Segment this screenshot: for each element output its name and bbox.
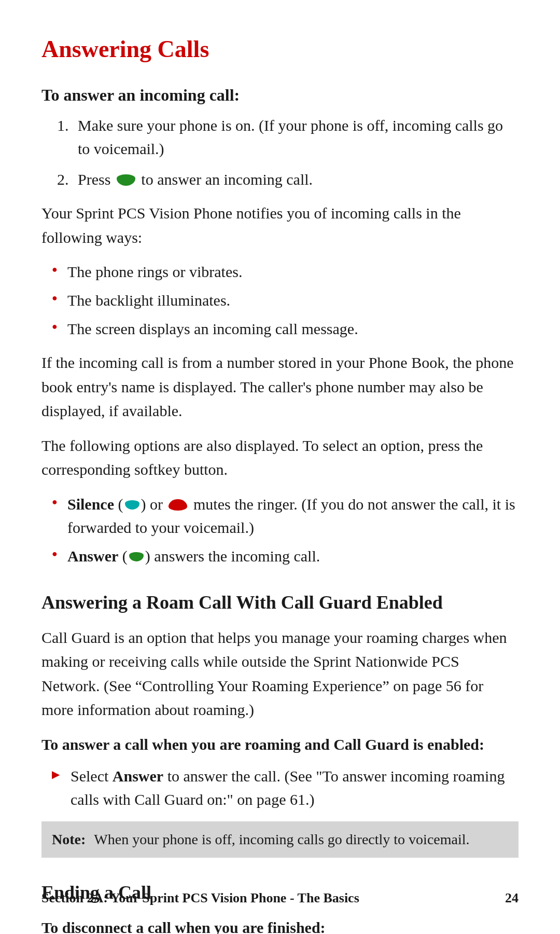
- options-intro: The following options are also displayed…: [41, 434, 519, 482]
- steps-list: Make sure your phone is on. (If your pho…: [73, 114, 519, 191]
- red-phone-icon: [169, 499, 187, 511]
- footer-left: Section 2A: Your Sprint PCS Vision Phone…: [41, 888, 359, 908]
- roam-arrow-item: Select Answer to answer the call. (See "…: [52, 764, 519, 811]
- call-guard-para: Call Guard is an option that helps you m…: [41, 626, 519, 722]
- bullet-screen: The screen displays an incoming call mes…: [52, 317, 519, 340]
- step-2: Press to answer an incoming call.: [73, 168, 519, 191]
- phone-book-para: If the incoming call is from a number st…: [41, 351, 519, 423]
- note-label: Note:: [52, 829, 86, 850]
- answer-incoming-heading: To answer an incoming call:: [41, 83, 519, 107]
- answer-phone-icon: [129, 552, 144, 561]
- roam-call-heading: Answering a Roam Call With Call Guard En…: [41, 588, 519, 616]
- answer-option: Answer () answers the incoming call.: [52, 544, 519, 568]
- notification-bullets: The phone rings or vibrates. The backlig…: [52, 260, 519, 340]
- bullet-backlight: The backlight illuminates.: [52, 289, 519, 312]
- notification-intro: Your Sprint PCS Vision Phone notifies yo…: [41, 201, 519, 250]
- step-1: Make sure your phone is on. (If your pho…: [73, 114, 519, 160]
- green-phone-icon: [117, 174, 135, 186]
- roam-arrow-list: Select Answer to answer the call. (See "…: [52, 764, 519, 811]
- page-footer: Section 2A: Your Sprint PCS Vision Phone…: [41, 888, 519, 908]
- note-box: Note: When your phone is off, incoming c…: [41, 821, 519, 858]
- page-title: Answering Calls: [41, 31, 519, 67]
- footer-right: 24: [505, 888, 519, 908]
- disconnect-subheading: To disconnect a call when you are finish…: [41, 916, 519, 935]
- roam-guard-subheading: To answer a call when you are roaming an…: [41, 733, 519, 756]
- silence-option: Silence () or mutes the ringer. (If you …: [52, 492, 519, 539]
- options-list: Silence () or mutes the ringer. (If you …: [52, 492, 519, 568]
- cyan-phone-icon: [125, 500, 139, 510]
- note-text: When your phone is off, incoming calls g…: [94, 829, 469, 850]
- bullet-rings: The phone rings or vibrates.: [52, 260, 519, 283]
